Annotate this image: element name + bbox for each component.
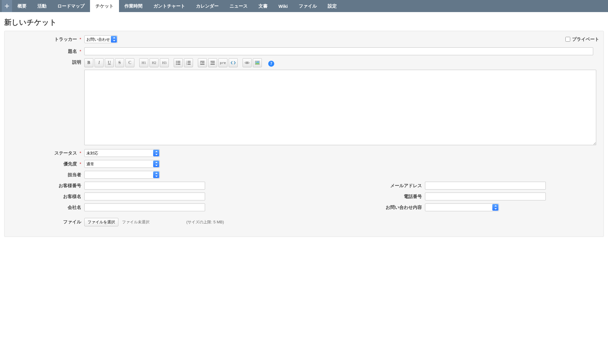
image-button[interactable] (253, 58, 262, 67)
inline-code-button[interactable]: C (125, 58, 134, 67)
h2-button[interactable]: H2 (150, 58, 159, 67)
description-textarea[interactable] (84, 70, 596, 145)
tab-news[interactable]: ニュース (224, 0, 253, 12)
italic-button[interactable]: I (95, 58, 104, 67)
pre-button[interactable]: pre (218, 58, 227, 67)
tracker-label: トラッカー * (9, 35, 84, 42)
tab-roadmap[interactable]: ロードマップ (52, 0, 90, 12)
customer-name-label: お客様名 (9, 193, 84, 200)
svg-rect-21 (256, 61, 259, 63)
svg-rect-17 (211, 64, 215, 65)
help-button[interactable]: ? (267, 58, 276, 67)
phone-input[interactable] (425, 193, 546, 200)
tab-gantt[interactable]: ガントチャート (148, 0, 191, 12)
ul-button[interactable] (174, 58, 183, 67)
svg-rect-9 (188, 62, 191, 63)
assignee-label: 担当者 (9, 171, 84, 178)
underline-button[interactable]: U (105, 58, 114, 67)
tab-overview[interactable]: 概要 (12, 0, 32, 12)
priority-label-text: 優先度 (63, 161, 77, 166)
svg-point-2 (176, 62, 177, 63)
outdent-button[interactable] (198, 58, 207, 67)
indent-icon (210, 60, 215, 65)
email-label: メールアドレス (304, 182, 425, 189)
required-mark: * (79, 150, 81, 155)
customer-name-input[interactable] (84, 193, 205, 200)
tab-files[interactable]: ファイル (293, 0, 322, 12)
tab-documents[interactable]: 文書 (253, 0, 273, 12)
file-hint: (サイズの上限: 5 MB) (186, 219, 224, 225)
svg-point-4 (176, 64, 177, 65)
main-nav: 概要 活動 ロードマップ チケット 作業時間 ガントチャート カレンダー ニュー… (0, 0, 608, 12)
h1-button[interactable]: H1 (139, 58, 148, 67)
svg-rect-15 (211, 61, 215, 62)
issue-form: トラッカー * お問い合わせ プライベート 題名 * (4, 31, 604, 237)
svg-text:3: 3 (186, 63, 187, 65)
private-checkbox[interactable] (565, 37, 570, 42)
ol-button[interactable]: 123 (184, 58, 193, 67)
company-label: 会社名 (9, 203, 84, 210)
tab-settings[interactable]: 設定 (322, 0, 342, 12)
list-ul-icon (175, 60, 181, 65)
svg-rect-13 (201, 62, 204, 63)
svg-rect-1 (177, 61, 180, 62)
file-status: ファイル未選択 (122, 219, 150, 225)
page-title: 新しいチケット (0, 12, 608, 31)
email-input[interactable] (425, 182, 546, 190)
private-checkbox-label[interactable]: プライベート (565, 35, 599, 43)
strike-button[interactable]: S (115, 58, 124, 67)
tab-issues[interactable]: チケット (90, 0, 119, 12)
tab-time[interactable]: 作業時間 (119, 0, 148, 12)
new-item-button[interactable] (2, 0, 12, 12)
svg-rect-11 (188, 64, 191, 65)
private-label-text: プライベート (572, 37, 599, 42)
link-button[interactable] (243, 58, 252, 67)
link-icon (244, 60, 250, 65)
description-label: 説明 (9, 58, 84, 65)
priority-select[interactable]: 通常 (84, 160, 160, 168)
file-choose-button[interactable]: ファイルを選択 (84, 218, 118, 226)
svg-rect-5 (177, 64, 180, 65)
priority-label: 優先度 * (9, 160, 84, 167)
svg-rect-7 (188, 61, 191, 62)
h3-button[interactable]: H3 (160, 58, 169, 67)
svg-point-0 (176, 61, 177, 62)
image-icon (255, 60, 260, 65)
svg-rect-19 (246, 62, 248, 63)
indent-button[interactable] (208, 58, 217, 67)
assignee-select[interactable] (84, 171, 160, 179)
code-block-button[interactable] (229, 58, 238, 67)
outdent-icon (200, 60, 205, 65)
subject-label: 題名 * (9, 47, 84, 54)
bold-button[interactable]: B (84, 58, 93, 67)
svg-point-23 (256, 62, 257, 62)
phone-label: 電話番号 (304, 193, 425, 200)
plus-icon (5, 4, 9, 8)
tab-activity[interactable]: 活動 (32, 0, 52, 12)
code-block-icon (230, 60, 236, 65)
customer-no-label: お客様番号 (9, 182, 84, 189)
inquiry-label: お問い合わせ内容 (304, 203, 425, 210)
tracker-select[interactable]: お問い合わせ (84, 35, 117, 43)
svg-rect-3 (177, 62, 180, 63)
company-input[interactable] (84, 203, 205, 211)
required-mark: * (79, 49, 81, 54)
list-ol-icon: 123 (186, 60, 191, 65)
svg-rect-22 (256, 63, 259, 64)
tab-wiki[interactable]: Wiki (273, 0, 293, 12)
subject-label-text: 題名 (68, 49, 77, 54)
svg-rect-12 (200, 61, 204, 62)
svg-rect-16 (212, 62, 215, 63)
required-mark: * (79, 37, 81, 42)
required-mark: * (79, 161, 81, 166)
subject-input[interactable] (84, 47, 593, 55)
status-label-text: ステータス (54, 150, 77, 155)
customer-no-input[interactable] (84, 182, 205, 190)
inquiry-select[interactable] (425, 203, 499, 211)
file-label: ファイル (9, 218, 84, 225)
help-icon: ? (268, 61, 274, 67)
status-select[interactable]: 未対応 (84, 149, 160, 157)
svg-rect-14 (200, 64, 204, 65)
status-label: ステータス * (9, 149, 84, 156)
tab-calendar[interactable]: カレンダー (191, 0, 224, 12)
